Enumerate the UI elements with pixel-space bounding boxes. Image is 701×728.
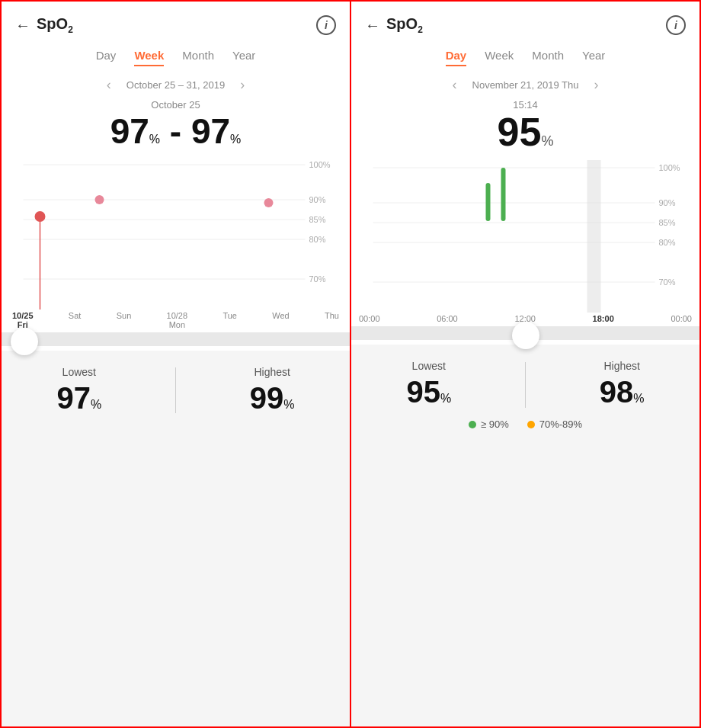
right-chart: 100% 90% 85% 80% 70% [359, 160, 692, 313]
left-x-7: Thu [325, 311, 339, 329]
right-title: SpO2 [386, 15, 423, 35]
left-date-range: October 25 – 31, 2019 [126, 79, 225, 91]
left-stats-row: Lowest 97% Highest 99% [20, 366, 331, 415]
left-date-nav: ‹ October 25 – 31, 2019 › [2, 69, 350, 96]
svg-text:100%: 100% [309, 160, 331, 169]
right-x-4: 18:00 [593, 314, 614, 323]
right-legend-label-orange: 70%-89% [539, 419, 582, 430]
left-stats-section: Lowest 97% Highest 99% [2, 351, 350, 726]
right-tab-year[interactable]: Year [582, 49, 605, 66]
left-x-4: 10/28 Mon [167, 311, 188, 329]
right-value-display: 15:14 95% [351, 96, 699, 160]
svg-text:90%: 90% [659, 198, 676, 207]
left-x-2: Sat [69, 311, 82, 329]
svg-text:100%: 100% [659, 163, 680, 172]
left-back-button[interactable]: ← [15, 17, 30, 34]
left-date-sub: October 25 [2, 99, 350, 111]
left-lowest-value: 97% [56, 381, 101, 415]
right-x-2: 06:00 [437, 314, 458, 323]
right-tab-day[interactable]: Day [446, 49, 467, 66]
left-tab-day[interactable]: Day [96, 49, 117, 66]
left-highest-label: Highest [250, 366, 295, 378]
right-prev-arrow[interactable]: ‹ [447, 77, 463, 93]
right-stats-row: Lowest 95% Highest 98% [370, 360, 681, 409]
left-x-5: Tue [222, 311, 237, 329]
left-highest-value: 99% [250, 381, 295, 415]
right-legend-label-green: ≥ 90% [481, 419, 509, 430]
right-header-left: ← SpO2 [365, 15, 423, 35]
right-panel: ← SpO2 i Day Week Month Year ‹ November … [351, 2, 699, 726]
right-stat-highest: Highest 98% [600, 360, 645, 409]
right-bar-1 [486, 183, 491, 221]
right-main-value: 95% [351, 111, 699, 154]
right-stat-lowest: Lowest 95% [406, 360, 451, 409]
svg-text:70%: 70% [659, 277, 676, 287]
left-scroll-knob[interactable] [11, 328, 38, 355]
right-lowest-value: 95% [406, 375, 451, 409]
left-value-high: 97 [191, 111, 230, 151]
left-value-display: October 25 97% - 97% [2, 96, 350, 157]
right-stat-divider [525, 362, 526, 408]
right-chart-svg: 100% 90% 85% 80% 70% [359, 160, 692, 313]
left-tab-month[interactable]: Month [182, 49, 214, 66]
svg-text:90%: 90% [309, 195, 326, 204]
right-lowest-label: Lowest [406, 360, 451, 372]
right-legend-dot-orange [527, 421, 535, 428]
right-stats-section: Lowest 95% Highest 98% ≥ 90% 70%-89% [351, 345, 699, 726]
left-dot-1 [35, 211, 46, 222]
left-next-arrow[interactable]: › [234, 77, 251, 93]
left-chart-svg: 100% 90% 85% 80% 70% [9, 157, 342, 309]
right-x-1: 00:00 [359, 314, 380, 323]
right-scroll-knob[interactable] [512, 322, 539, 349]
left-chart: 100% 90% 85% 80% 70% [9, 157, 342, 309]
right-header: ← SpO2 i [351, 2, 699, 43]
left-tab-week[interactable]: Week [134, 49, 164, 66]
right-legend-dot-green [469, 421, 476, 428]
svg-text:70%: 70% [309, 274, 326, 284]
right-highest-value: 98% [600, 375, 645, 409]
svg-text:80%: 80% [309, 235, 326, 244]
left-lowest-label: Lowest [56, 366, 101, 378]
left-scroll-area[interactable] [2, 332, 350, 346]
right-legend-orange: 70%-89% [527, 419, 582, 430]
left-stat-highest: Highest 99% [250, 366, 295, 415]
right-tab-month[interactable]: Month [532, 49, 564, 66]
right-info-button[interactable]: i [666, 15, 686, 35]
left-dot-2 [95, 195, 104, 204]
svg-text:85%: 85% [309, 215, 326, 224]
right-date-nav: ‹ November 21, 2019 Thu › [351, 69, 699, 96]
left-stat-lowest: Lowest 97% [56, 366, 101, 415]
right-tabs: Day Week Month Year [351, 43, 699, 69]
left-x-axis: 10/25 Fri Sat Sun 10/28 Mon Tue Wed Thu [2, 311, 350, 329]
left-prev-arrow[interactable]: ‹ [101, 77, 117, 93]
left-value-low: 97 [110, 111, 149, 151]
right-legend-green: ≥ 90% [469, 419, 509, 430]
left-stat-divider [175, 367, 176, 413]
right-x-5: 00:00 [671, 314, 692, 323]
left-dot-3 [264, 198, 274, 207]
left-header-left: ← SpO2 [15, 15, 73, 35]
right-back-button[interactable]: ← [365, 17, 380, 34]
left-value-range: 97% - 97% [2, 112, 350, 151]
svg-text:85%: 85% [659, 218, 676, 227]
right-date-range: November 21, 2019 Thu [472, 79, 579, 91]
left-header: ← SpO2 i [2, 2, 350, 43]
left-tabs: Day Week Month Year [2, 43, 350, 69]
right-next-arrow[interactable]: › [587, 77, 604, 93]
left-x-6: Wed [272, 311, 289, 329]
right-time-label: 15:14 [351, 99, 699, 111]
right-bar-2 [501, 168, 506, 221]
left-x-1: 10/25 Fri [12, 311, 34, 329]
left-x-3: Sun [117, 311, 132, 329]
left-panel: ← SpO2 i Day Week Month Year ‹ October 2… [2, 2, 351, 726]
right-tab-week[interactable]: Week [485, 49, 514, 66]
left-info-button[interactable]: i [316, 15, 336, 35]
right-scroll-area[interactable] [351, 326, 699, 340]
left-tab-year[interactable]: Year [232, 49, 255, 66]
right-highest-label: Highest [600, 360, 645, 372]
svg-text:80%: 80% [659, 238, 676, 247]
right-legend: ≥ 90% 70%-89% [370, 409, 681, 430]
left-title: SpO2 [37, 15, 73, 35]
